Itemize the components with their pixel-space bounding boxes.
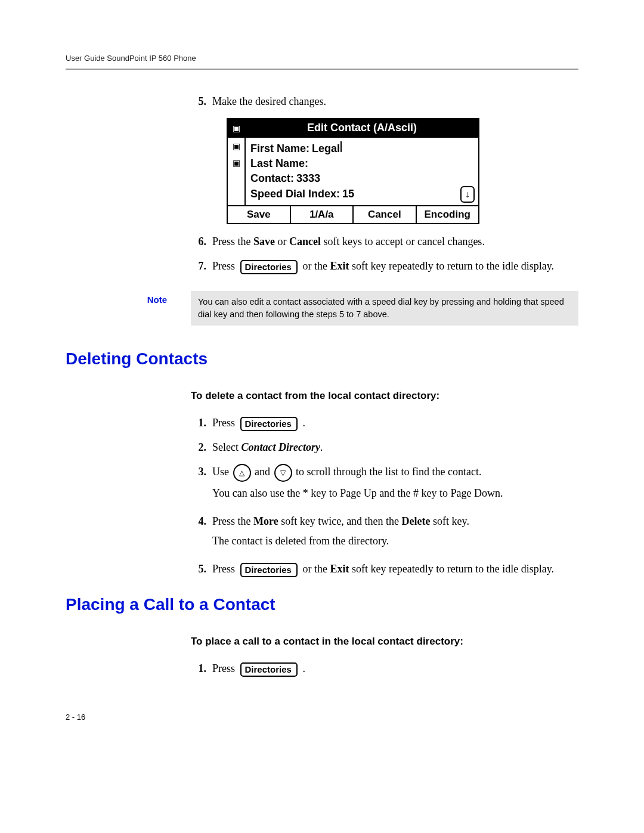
text: You can also use the * key to Page Up an…	[212, 485, 578, 501]
exit-bold: Exit	[330, 563, 349, 575]
step-body: Press Directories or the Exit soft key r…	[212, 258, 578, 274]
page-footer: 2 - 16	[66, 713, 578, 721]
step-body: Press the Save or Cancel soft keys to ac…	[212, 234, 578, 250]
step-body: Press the More soft key twice, and then …	[212, 513, 578, 553]
text: Press	[212, 563, 238, 575]
text: soft key twice, and then the	[278, 515, 402, 527]
step-number: 1.	[191, 661, 206, 677]
step-body: Use △ and ▽ to scroll through the list t…	[212, 464, 578, 505]
heading-placing-call: Placing a Call to a Contact	[66, 595, 578, 614]
text: soft keys to accept or cancel changes.	[321, 236, 485, 247]
first-name-label: First Name:	[250, 141, 309, 156]
directories-key-icon: Directories	[240, 260, 298, 274]
delete-bold: Delete	[402, 515, 431, 527]
delete-step-4: 4. Press the More soft key twice, and th…	[191, 513, 578, 553]
line-icon: ▣	[228, 138, 244, 154]
softkey-cancel: Cancel	[354, 206, 417, 223]
contact-directory-italic: Contact Directory	[241, 441, 320, 453]
directories-key-icon: Directories	[240, 417, 298, 431]
step-number: 1.	[191, 415, 206, 431]
down-arrow-key-icon: ▽	[274, 464, 292, 482]
text: soft key repeatedly to return to the idl…	[349, 260, 554, 272]
last-name-label: Last Name:	[250, 156, 308, 171]
text: .	[320, 441, 323, 453]
text-cursor	[340, 141, 342, 152]
text: .	[302, 662, 305, 674]
up-arrow-key-icon: △	[233, 464, 251, 482]
step-number: 2.	[191, 439, 206, 456]
text: Use	[212, 466, 232, 478]
delete-step-3: 3. Use △ and ▽ to scroll through the lis…	[191, 464, 578, 505]
note-body: You can also edit a contact associated w…	[191, 291, 578, 326]
directories-key-icon: Directories	[240, 563, 298, 577]
phone-screen-title: Edit Contact (A/Ascii)	[246, 119, 478, 137]
delete-step-2: 2. Select Contact Directory.	[191, 439, 578, 456]
text: Press the	[212, 515, 253, 527]
contact-label: Contact:	[250, 171, 294, 186]
step-number: 6.	[191, 234, 206, 250]
text: or	[275, 236, 289, 247]
text: or the	[302, 260, 330, 272]
directories-key-icon: Directories	[240, 662, 298, 677]
text: Press	[212, 662, 238, 674]
line-icon: ▣	[228, 154, 244, 171]
text: soft key.	[431, 515, 469, 527]
edit-step-7: 7. Press Directories or the Exit soft ke…	[191, 258, 578, 274]
text: The contact is deleted from the director…	[212, 533, 578, 549]
first-name-value: Legal	[312, 141, 340, 156]
note-block: Note You can also edit a contact associa…	[66, 291, 578, 326]
speed-dial-label: Speed Dial Index:	[250, 187, 340, 202]
text: to scroll through the list to find the c…	[296, 466, 481, 478]
step-number: 3.	[191, 464, 206, 505]
text: or the	[302, 563, 330, 575]
edit-step-5: 5. Make the desired changes.	[191, 94, 578, 110]
running-header: User Guide SoundPoint IP 560 Phone	[66, 54, 578, 63]
step-body: Select Contact Directory.	[212, 439, 578, 456]
edit-step-6: 6. Press the Save or Cancel soft keys to…	[191, 234, 578, 250]
step-number: 5.	[191, 561, 206, 577]
more-bold: More	[253, 515, 278, 527]
text: Press	[212, 260, 238, 272]
step-body: Make the desired changes.	[212, 94, 578, 110]
save-bold: Save	[253, 236, 275, 247]
heading-deleting-contacts: Deleting Contacts	[66, 349, 578, 368]
step-body: Press Directories .	[212, 415, 578, 431]
contact-value: 3333	[296, 171, 320, 186]
scroll-down-icon: ↓	[460, 186, 475, 203]
step-body: Press Directories or the Exit soft key r…	[212, 561, 578, 577]
text: and	[255, 466, 273, 478]
phone-screen-figure: ▣ Edit Contact (A/Ascii) ▣ ▣ First Name:…	[227, 118, 479, 224]
note-label: Note	[66, 291, 191, 305]
delete-step-1: 1. Press Directories .	[191, 415, 578, 431]
text: Press	[212, 417, 238, 429]
subhead-place: To place a call to a contact in the loca…	[191, 636, 578, 648]
step-number: 4.	[191, 513, 206, 553]
softkey-save: Save	[228, 206, 291, 223]
softkey-encoding: Encoding	[417, 206, 479, 223]
cancel-bold: Cancel	[289, 236, 321, 247]
text: soft key repeatedly to return to the idl…	[349, 563, 554, 575]
line-icon: ▣	[228, 119, 244, 137]
header-rule	[66, 69, 578, 70]
place-step-1: 1. Press Directories .	[191, 661, 578, 677]
step-number: 5.	[191, 94, 206, 110]
delete-step-5: 5. Press Directories or the Exit soft ke…	[191, 561, 578, 577]
step-body: Press Directories .	[212, 661, 578, 677]
speed-dial-value: 15	[342, 187, 354, 202]
text: Press the	[212, 236, 253, 247]
exit-bold: Exit	[330, 260, 349, 272]
subhead-delete: To delete a contact from the local conta…	[191, 390, 578, 402]
softkey-mode: 1/A/a	[291, 206, 354, 223]
text: Select	[212, 441, 241, 453]
text: .	[302, 417, 305, 429]
step-number: 7.	[191, 258, 206, 274]
